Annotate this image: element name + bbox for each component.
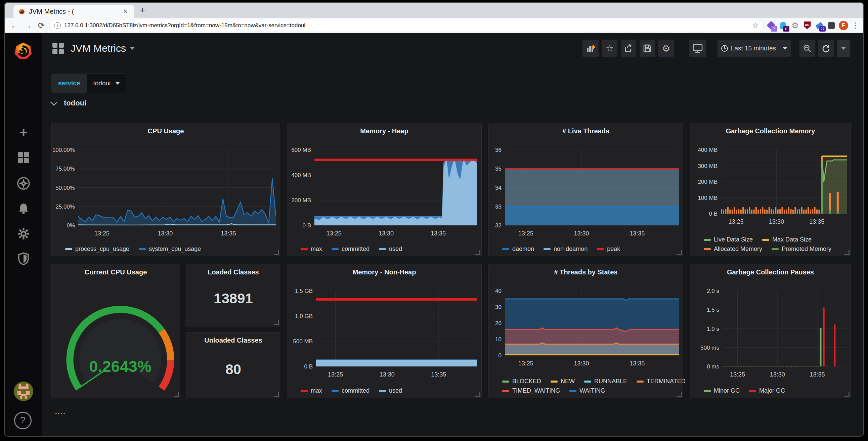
zoom-out-button[interactable]: [800, 40, 815, 57]
title-caret-icon[interactable]: [130, 47, 135, 50]
legend-item[interactable]: NEW: [551, 378, 575, 385]
user-avatar[interactable]: [5, 382, 42, 402]
extension-diamond-icon[interactable]: 7: [766, 21, 776, 31]
legend-label[interactable]: non-deamon: [554, 246, 588, 253]
legend-item[interactable]: Live Data Size: [704, 236, 753, 243]
legend-label[interactable]: committed: [342, 387, 370, 394]
panel-resize-handle[interactable]: [174, 391, 179, 397]
help-icon[interactable]: ?: [14, 412, 32, 429]
legend-label[interactable]: Allocated Memory: [714, 246, 762, 253]
browser-tab[interactable]: JVM Metrics - ( ×: [13, 5, 134, 18]
memory-non-heap-chart[interactable]: 0 B500 MB1.0 GB1.5 GB13:2513:3013:35: [287, 264, 482, 398]
reload-icon[interactable]: ⟳: [36, 21, 47, 30]
legend-item[interactable]: committed: [332, 387, 370, 394]
legend-item[interactable]: Major GC: [749, 387, 785, 394]
legend-item[interactable]: Max Data Size: [762, 236, 812, 243]
dashboard-grid-icon[interactable]: [53, 43, 64, 54]
add-panel-button[interactable]: [583, 40, 598, 57]
browser-menu-icon[interactable]: ⋮: [852, 21, 859, 30]
panel-title[interactable]: Memory - Heap: [287, 127, 482, 135]
refresh-interval-dropdown[interactable]: [837, 40, 850, 57]
legend-label[interactable]: max: [311, 387, 322, 394]
legend-item[interactable]: BLOCKED: [502, 378, 541, 385]
new-tab-button[interactable]: +: [140, 5, 145, 15]
share-dashboard-button[interactable]: [621, 40, 636, 57]
legend-label[interactable]: daemon: [512, 246, 534, 253]
gc-pauses-chart[interactable]: 0 ms500 ms1.0 s1.5 s2.0 s13:2513:3013:35: [690, 264, 850, 398]
legend-label[interactable]: used: [389, 246, 402, 253]
panel-resize-handle[interactable]: [274, 391, 279, 397]
legend-item[interactable]: daemon: [502, 246, 534, 253]
row-title[interactable]: todoui: [64, 99, 86, 107]
legend-item[interactable]: committed: [332, 246, 370, 253]
save-dashboard-button[interactable]: [640, 40, 655, 57]
panel-title[interactable]: Memory - Non-Heap: [287, 269, 482, 276]
panel-title[interactable]: Unloaded Classes: [187, 337, 280, 344]
dashboards-icon[interactable]: [5, 151, 42, 165]
row-header[interactable]: todoui: [52, 99, 86, 107]
refresh-button[interactable]: [818, 40, 834, 57]
extension-ghost-icon[interactable]: 0: [778, 21, 788, 31]
legend-label[interactable]: Minor GC: [714, 387, 740, 394]
legend-label[interactable]: BLOCKED: [512, 378, 541, 385]
legend-label[interactable]: peak: [607, 246, 620, 253]
configuration-gear-icon[interactable]: [5, 227, 42, 242]
dashboard-settings-button[interactable]: ⚙: [658, 40, 674, 57]
legend-item[interactable]: max: [301, 246, 322, 253]
legend-item[interactable]: WAITING: [569, 387, 605, 394]
legend-item[interactable]: used: [379, 246, 402, 253]
panel-resize-handle[interactable]: [844, 391, 849, 397]
extension-puzzle-icon[interactable]: [826, 21, 836, 31]
legend-label[interactable]: Major GC: [759, 387, 785, 394]
legend-label[interactable]: RUNNABLE: [594, 378, 627, 385]
back-icon[interactable]: ←: [9, 21, 20, 30]
panel-title[interactable]: # Threads by States: [489, 269, 683, 276]
legend-item[interactable]: TERMINATED: [637, 378, 686, 385]
legend-label[interactable]: TERMINATED: [647, 378, 686, 385]
time-range-picker[interactable]: Last 15 minutes: [717, 40, 791, 57]
panel-resize-handle[interactable]: [475, 250, 480, 255]
legend-item[interactable]: RUNNABLE: [584, 378, 627, 385]
legend-item[interactable]: Allocated Memory: [704, 246, 762, 253]
variable-value-dropdown[interactable]: todoui: [87, 73, 127, 93]
legend-item[interactable]: non-deamon: [544, 246, 588, 253]
panel-title[interactable]: Loaded Classes: [187, 269, 280, 276]
cpu-gauge[interactable]: 0.2643%: [52, 264, 180, 398]
legend-item[interactable]: system_cpu_usage: [139, 246, 201, 253]
cpu-usage-chart[interactable]: 0%25.00%50.00%75.00%100.00%13:2513:3013:…: [52, 123, 280, 256]
extension-ublock-icon[interactable]: UO: [802, 21, 812, 31]
legend-label[interactable]: used: [389, 387, 402, 394]
legend-item[interactable]: peak: [597, 246, 620, 253]
site-info-icon[interactable]: i: [54, 22, 61, 29]
panel-title[interactable]: # Live Threads: [489, 127, 683, 135]
legend-item[interactable]: process_cpu_usage: [65, 246, 129, 253]
legend-label[interactable]: Promoted Memory: [782, 246, 831, 253]
panel-title[interactable]: Garbage Collection Pauses: [690, 269, 850, 276]
panel-resize-handle[interactable]: [475, 391, 480, 397]
memory-heap-chart[interactable]: 0 B200 MB400 MB600 MB13:2513:3013:35: [287, 123, 482, 256]
forward-icon[interactable]: →: [22, 21, 34, 30]
dashboard-title[interactable]: JVM Metrics: [70, 43, 126, 54]
legend-item[interactable]: TIMED_WAITING: [502, 387, 560, 394]
panel-resize-handle[interactable]: [274, 250, 279, 255]
alerting-bell-icon[interactable]: [5, 202, 42, 216]
panel-title[interactable]: Current CPU Usage: [52, 269, 180, 276]
extension-gear-icon[interactable]: ⚙: [790, 21, 800, 31]
panel-resize-handle[interactable]: [274, 320, 279, 325]
admin-shield-icon[interactable]: [5, 252, 42, 267]
url-bar[interactable]: i 127.0.0.1:3002/d/D65bST8iz/jvm-metrics…: [49, 20, 764, 31]
browser-profile-avatar[interactable]: F: [838, 21, 848, 31]
star-dashboard-button[interactable]: ☆: [602, 40, 617, 57]
legend-label[interactable]: Max Data Size: [772, 236, 812, 243]
legend-item[interactable]: Minor GC: [704, 387, 740, 394]
panel-title[interactable]: CPU Usage: [52, 127, 280, 135]
legend-label[interactable]: TIMED_WAITING: [512, 387, 560, 394]
grafana-logo[interactable]: [11, 39, 35, 62]
panel-title[interactable]: Garbage Collection Memory: [690, 127, 850, 135]
explore-compass-icon[interactable]: [5, 177, 42, 191]
legend-label[interactable]: committed: [342, 246, 370, 253]
legend-label[interactable]: system_cpu_usage: [149, 246, 201, 253]
cycle-view-tv-button[interactable]: [689, 40, 706, 57]
extension-ruler-icon[interactable]: 27: [814, 21, 824, 31]
bookmark-star-icon[interactable]: ☆: [752, 21, 759, 30]
